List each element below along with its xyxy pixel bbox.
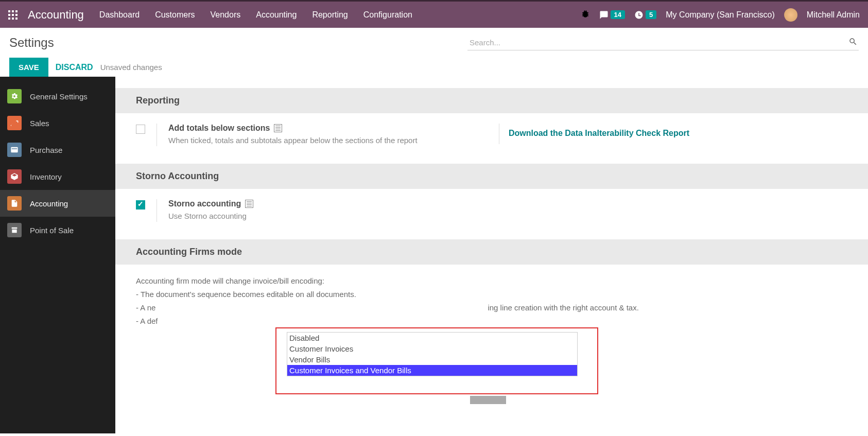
menu-accounting[interactable]: Accounting — [256, 10, 297, 20]
scrollbar-stub — [470, 396, 506, 404]
totals-below-checkbox[interactable] — [136, 125, 145, 134]
shop-icon — [7, 223, 22, 237]
main-area: General Settings Sales Purchase Inventor… — [0, 77, 868, 433]
firms-line2: - A nexxxxxxxxxxxxxxxxxxxxxxxxxxxxxxxxxx… — [136, 302, 847, 314]
control-panel: Settings SAVE DISCARD Unsaved changes — [0, 28, 868, 77]
totals-below-title: Add totals below sections — [168, 124, 270, 133]
top-navbar: Accounting Dashboard Customers Vendors A… — [0, 0, 868, 28]
divider — [157, 199, 157, 222]
menu-vendors[interactable]: Vendors — [211, 10, 241, 20]
discard-button[interactable]: DISCARD — [56, 63, 93, 72]
company-switcher[interactable]: My Company (San Francisco) — [666, 10, 775, 20]
sidebar-item-label: Purchase — [30, 146, 62, 154]
building-icon — [245, 200, 253, 208]
search-icon[interactable] — [848, 37, 858, 46]
sidebar-item-label: Point of Sale — [30, 226, 74, 235]
storno-checkbox[interactable] — [136, 200, 145, 210]
app-brand[interactable]: Accounting — [28, 8, 84, 22]
divider — [157, 124, 157, 146]
sidebar-item-general[interactable]: General Settings — [0, 83, 115, 110]
sidebar-item-label: Accounting — [30, 199, 68, 208]
option-disabled[interactable]: Disabled — [287, 333, 577, 343]
building-icon — [274, 124, 282, 132]
settings-sidebar: General Settings Sales Purchase Inventor… — [0, 77, 115, 433]
option-customer-and-vendor[interactable]: Customer Invoices and Vendor Bills — [287, 365, 577, 376]
menu-dashboard[interactable]: Dashboard — [99, 10, 140, 20]
unsaved-indicator: Unsaved changes — [100, 63, 162, 72]
save-button[interactable]: SAVE — [9, 58, 48, 77]
apps-icon[interactable] — [8, 10, 18, 20]
card-icon — [7, 143, 22, 157]
menu-reporting[interactable]: Reporting — [312, 10, 348, 20]
option-customer-invoices[interactable]: Customer Invoices — [287, 343, 577, 354]
storno-title: Storno accounting — [168, 199, 241, 208]
download-inalterability-link[interactable]: Download the Data Inalterability Check R… — [509, 129, 689, 137]
avatar[interactable] — [784, 8, 797, 22]
section-storno-header: Storno Accounting — [115, 164, 868, 189]
quick-encoding-dropdown: Disabled Customer Invoices Vendor Bills … — [287, 332, 578, 376]
gear-icon — [7, 89, 22, 103]
sidebar-item-sales[interactable]: Sales — [0, 110, 115, 136]
sidebar-item-pos[interactable]: Point of Sale — [0, 217, 115, 243]
activities-button[interactable]: 5 — [634, 10, 656, 20]
sidebar-item-inventory[interactable]: Inventory — [0, 163, 115, 190]
menu-configuration[interactable]: Configuration — [363, 10, 412, 20]
totals-below-desc: When ticked, totals and subtotals appear… — [168, 135, 457, 146]
menu-customers[interactable]: Customers — [155, 10, 195, 20]
document-icon — [7, 196, 22, 211]
sidebar-item-label: Inventory — [30, 172, 62, 181]
firms-line3: - A def — [136, 315, 847, 327]
chart-icon — [7, 116, 22, 130]
user-menu[interactable]: Mitchell Admin — [807, 10, 860, 20]
section-reporting-header: Reporting — [115, 88, 868, 113]
firms-intro: Accounting firm mode will change invoice… — [136, 275, 847, 287]
divider — [499, 124, 499, 144]
section-firms-header: Accounting Firms mode — [115, 239, 868, 265]
page-title: Settings — [9, 36, 54, 50]
search-input[interactable] — [467, 35, 859, 50]
topbar-right: 14 5 My Company (San Francisco) Mitchell… — [581, 8, 860, 22]
main-menu: Dashboard Customers Vendors Accounting R… — [99, 10, 581, 20]
box-icon — [7, 169, 22, 184]
sidebar-item-label: General Settings — [30, 92, 88, 101]
messages-badge: 14 — [611, 10, 625, 19]
storno-desc: Use Storno accounting — [168, 211, 457, 222]
sidebar-item-label: Sales — [30, 119, 49, 128]
activities-badge: 5 — [646, 10, 656, 19]
search-box — [467, 35, 859, 50]
bug-icon[interactable] — [581, 9, 590, 20]
settings-content: Reporting Add totals below sections When… — [115, 77, 868, 433]
firms-line1: - The document's sequence becomes editab… — [136, 288, 847, 301]
option-vendor-bills[interactable]: Vendor Bills — [287, 354, 577, 365]
sidebar-item-accounting[interactable]: Accounting — [0, 190, 115, 217]
sidebar-item-purchase[interactable]: Purchase — [0, 136, 115, 163]
messages-button[interactable]: 14 — [599, 10, 625, 20]
